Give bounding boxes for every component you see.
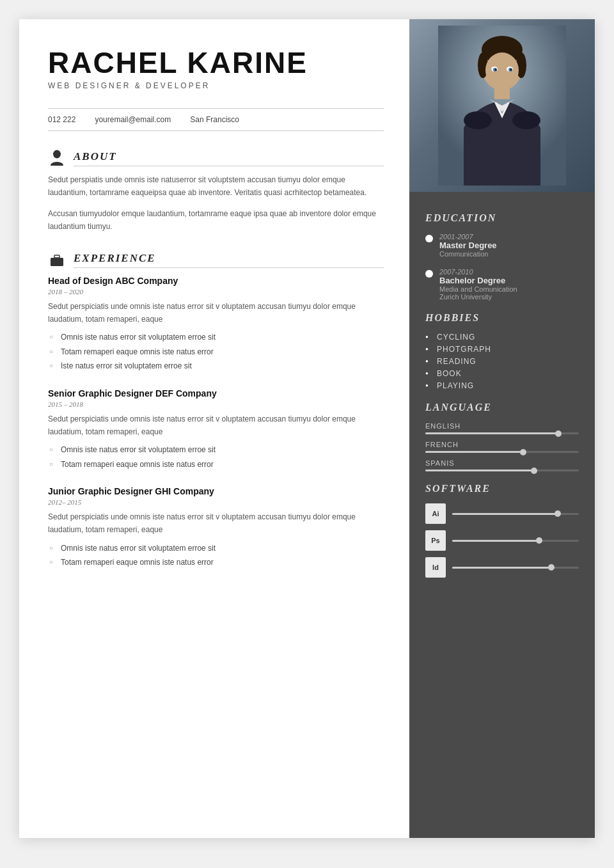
job-date: 2015 – 2018 [48,400,384,408]
svg-point-10 [464,111,492,129]
soft-bar-bg [452,567,579,569]
job-desc: Sedut perspiciatis unde omnis iste natus… [48,510,384,537]
soft-bar-dot [536,537,542,544]
edu-field: Media and Comunication [439,285,517,293]
about-section: ABOUT Sedut perspiatis unde omnis iste n… [48,149,384,233]
lang-bar-bg [425,451,579,453]
svg-point-11 [512,111,540,129]
about-para1: Sedut perspiatis unde omnis iste natuser… [48,173,384,200]
experience-section: EXPERIENCE Head of Design ABC Company 20… [48,251,384,569]
lang-bar-bg [425,470,579,471]
lang-label: ENGLISH [425,422,579,430]
person-icon [48,149,66,167]
hobby-item: BOOK [425,369,579,378]
photo-area [409,19,595,192]
soft-item-0: Ai [425,503,579,524]
job-title: Head of Design ABC Company [48,276,384,286]
soft-badge: Ai [425,503,446,524]
hobbies-title: HOBBIES [425,312,579,324]
edu-school: Zurich University [439,293,517,301]
about-para2: Accusan tiumyudolor emque laudantium, to… [48,207,384,233]
contact-bar: 012 222 youremail@email.com San Francisc… [48,108,384,131]
education-container: 2001-2007 Master Degree Communication 20… [425,233,579,301]
lang-bar-dot [531,468,537,474]
edu-item-0: 2001-2007 Master Degree Communication [425,233,579,258]
software-title: SOFTWARE [425,483,579,494]
job-date: 2012– 2015 [48,498,384,506]
name-block: RACHEL KARINE WEB DESIGNER & DEVELOPER [48,48,384,90]
lang-bar-dot [555,430,562,437]
lang-item-1: FRENCH [425,441,579,453]
soft-item-1: Ps [425,530,579,551]
edu-dot [425,235,433,242]
job-bullet: Omnis iste natus error sit voluptatem er… [48,331,384,343]
edu-item-1: 2007-2010 Bachelor Degree Media and Comu… [425,268,579,301]
soft-bar-fill [452,513,560,515]
lang-item-2: SPANIS [425,459,579,471]
about-title: ABOUT [74,150,384,166]
edu-field: Communication [439,250,497,258]
job-item-2: Junior Graphic Designer GHI Company 2012… [48,486,384,569]
lang-bar-fill [425,470,536,471]
job-desc: Sedut perspiciatis unde omnis iste natus… [48,300,384,326]
job-subtitle: WEB DESIGNER & DEVELOPER [48,81,384,90]
hobby-item: PHOTGRAPH [425,345,579,354]
edu-year: 2001-2007 [439,233,497,241]
edu-year: 2007-2010 [439,268,517,276]
soft-item-2: Id [425,557,579,578]
experience-header: EXPERIENCE [48,251,384,269]
job-date: 2018 – 2020 [48,288,384,296]
soft-bar-bg [452,513,579,515]
lang-label: SPANIS [425,459,579,467]
resume-container: RACHEL KARINE WEB DESIGNER & DEVELOPER 0… [19,19,595,838]
soft-badge: Ps [425,530,446,551]
job-bullet: Iste natus error sit voluptatem erroe si… [48,359,384,372]
soft-bar-fill [452,567,553,569]
job-bullet: Omnis iste natus error sit voluptatem er… [48,443,384,456]
location: San Francisco [190,115,239,124]
jobs-container: Head of Design ABC Company 2018 – 2020 S… [48,276,384,569]
edu-dot [425,270,433,278]
job-bullet: Totam remaperi eaque omnis iste natus er… [48,458,384,471]
hobby-item: CYCLING [425,333,579,342]
svg-point-8 [485,52,519,88]
job-bullets: Omnis iste natus error sit voluptatem er… [48,331,384,372]
edu-details: 2007-2010 Bachelor Degree Media and Comu… [439,268,517,301]
briefcase-icon [48,251,66,269]
edu-degree: Bachelor Degree [439,276,517,285]
soft-bar-fill [452,540,541,542]
software-container: Ai Ps Id [425,503,579,578]
svg-point-0 [53,150,61,159]
soft-badge: Id [425,557,446,578]
phone: 012 222 [48,115,75,124]
svg-rect-2 [54,255,59,258]
edu-degree: Master Degree [439,241,497,250]
svg-rect-1 [51,258,63,266]
email: youremail@email.com [95,115,171,124]
lang-bar-fill [425,432,560,434]
lang-bar-fill [425,451,525,453]
svg-point-16 [495,69,497,71]
right-column: EDUCATION 2001-2007 Master Degree Commun… [409,19,595,838]
photo-placeholder [409,19,595,192]
job-desc: Sedut perspiciatis unde omnis iste natus… [48,413,384,439]
job-item-1: Senior Graphic Designer DEF Company 2015… [48,388,384,471]
job-bullets: Omnis iste natus error sit voluptatem er… [48,542,384,569]
lang-bar-bg [425,432,579,434]
job-bullet: Omnis iste natus error sit voluptatem er… [48,542,384,555]
job-bullet: Totam remaperi eaque omnis iste natus er… [48,345,384,358]
about-header: ABOUT [48,149,384,167]
hobby-item: PLAYING [425,381,579,390]
education-title: EDUCATION [425,212,579,224]
svg-rect-9 [494,86,510,99]
hobby-list: CYCLINGPHOTGRAPHREADINGBOOKPLAYING [425,333,579,390]
left-column: RACHEL KARINE WEB DESIGNER & DEVELOPER 0… [19,19,409,838]
lang-bar-dot [520,449,526,455]
svg-point-17 [510,69,512,71]
job-item-0: Head of Design ABC Company 2018 – 2020 S… [48,276,384,373]
language-title: LANGUAGE [425,402,579,413]
lang-item-0: ENGLISH [425,422,579,434]
experience-title: EXPERIENCE [74,252,384,268]
job-title: Junior Graphic Designer GHI Company [48,486,384,496]
full-name: RACHEL KARINE [48,48,384,77]
